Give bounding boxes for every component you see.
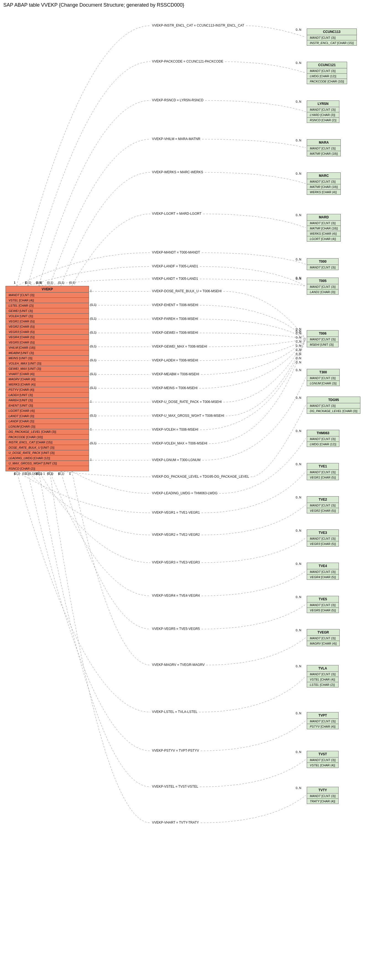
field-lgort: LGORT [CHAR (4)] xyxy=(6,408,89,414)
entity-header: MARC xyxy=(307,173,340,179)
field-matnr: MATNR [CHAR (18)] xyxy=(307,151,340,156)
field-magrv: MAGRV [CHAR (4)] xyxy=(6,377,89,382)
relation-label: VVEKP-VHILM = MARA-MATNR xyxy=(152,137,200,141)
field-vegr5: VEGR5 [CHAR (5)] xyxy=(6,340,89,345)
cardinality-left: {0,1} xyxy=(47,281,53,284)
entity-tdg95: TDG95MANDT [CLNT (3)]DG_PACKAGE_LEVEL [C… xyxy=(307,396,360,414)
entity-header: THM063 xyxy=(307,430,339,436)
relation-label: VVEKP-INSTR_ENCL_CAT = CCUNC113-INSTR_EN… xyxy=(152,24,244,27)
entity-header: TDG95 xyxy=(307,397,360,403)
field-mandt: MANDT [CLNT (3)] xyxy=(307,146,340,151)
field-lgort: LGORT [CHAR (4)] xyxy=(307,236,340,241)
cardinality-right: 0..N xyxy=(296,628,301,632)
cardinality-left: {0,1} xyxy=(90,372,97,375)
relation-label: VVEKP-VHART = TVTY-TRATY xyxy=(152,821,199,824)
relation-label: VVEKP-VOLEH_MAX = T006-MSEHI xyxy=(152,441,207,445)
field-packcode: PACKCODE [CHAR (10)] xyxy=(307,79,347,84)
cardinality-right: 0..N xyxy=(296,328,301,331)
relation-label: VVEKP-LGORT = MARD-LGORT xyxy=(152,212,201,216)
entity-header: TVTY xyxy=(307,787,338,794)
field-landf: LANDF [CHAR (3)] xyxy=(6,419,89,424)
entity-t005: T005MANDT [CLNT (3)]LAND1 [CHAR (3)] xyxy=(307,278,339,295)
relation-label: VVEKP-LANDF = T005-LAND1 xyxy=(152,264,198,268)
field-mandt: MANDT [CLNT (3)] xyxy=(307,107,339,112)
relation-label: VVEKP-U_DOSE_RATE_PACK = T006-MSEHI xyxy=(152,400,222,404)
entity-ccunc113: CCUNC113MANDT [CLNT (3)]INSTR_ENCL_CAT [… xyxy=(307,29,357,46)
field-dg_package_level: DG_PACKAGE_LEVEL [CHAR (3)] xyxy=(6,429,89,434)
field-pstyv: PSTYV [CHAR (4)] xyxy=(307,724,338,729)
field-gewei: GEWEI [UNIT (3)] xyxy=(6,308,89,313)
field-vegr1: VEGR1 [CHAR (5)] xyxy=(6,319,89,324)
field-vegr3: VEGR3 [CHAR (5)] xyxy=(307,541,339,546)
cardinality-right: 0..N xyxy=(296,356,301,360)
entity-tve1: TVE1MANDT [CLNT (3)]VEGR1 [CHAR (5)] xyxy=(307,463,339,480)
cardinality-left-cluster: {0,1}{0,1}0,1} 1 1 xyxy=(22,472,45,475)
field-mandt: MANDT [CLNT (3)] xyxy=(307,284,338,290)
cardinality-left: {0,1} xyxy=(90,358,97,362)
field-rsncd: RSNCD [CHAR (2)] xyxy=(6,466,89,471)
field-gewei_max: GEWEI_MAX [UNIT (3)] xyxy=(6,366,89,371)
field-voleh_max: VOLEH_MAX [UNIT (3)] xyxy=(6,361,89,366)
entity-header: TVE2 xyxy=(307,496,339,503)
field-u_max_gross_wght: U_MAX_GROSS_WGHT [UNIT (3)] xyxy=(6,461,89,466)
entity-tve3: TVE3MANDT [CLNT (3)]VEGR3 [CHAR (5)] xyxy=(307,530,339,547)
cardinality-right: 0..N xyxy=(296,172,301,175)
entity-header: MARD xyxy=(307,214,340,221)
cardinality-left: {0,1} xyxy=(47,472,53,475)
field-u_dose_rate_pack: U_DOSE_RATE_PACK [UNIT (3)] xyxy=(6,450,89,455)
entity-thm063: THM063MANDT [CLNT (3)]LWDG [CHAR (12)] xyxy=(307,430,339,447)
entity-t000: T000MANDT [CLNT (3)] xyxy=(307,258,339,270)
field-mandt: MANDT [CLNT (3)] xyxy=(307,672,338,677)
field-lyard: LYARD [CHAR (3)] xyxy=(307,112,339,118)
cardinality-right: 0..N xyxy=(296,213,301,217)
cardinality-left: 1 xyxy=(90,428,92,431)
relation-label: VVEKP-EHENT = T006-MSEHI xyxy=(152,303,198,307)
entity-vvekp: VVEKPMANDT [CLNT (3)]VSTEL [CHAR (4)]LST… xyxy=(6,286,89,471)
cardinality-right: 0..N xyxy=(296,665,301,668)
field-ladeh: LADEH [UNIT (3)] xyxy=(6,393,89,398)
field-matnr: MATNR [CHAR (18)] xyxy=(307,185,340,189)
field-meabm: MEABM [UNIT (3)] xyxy=(6,350,89,356)
field-lwdg: LWDG [CHAR (12)] xyxy=(307,74,347,79)
entity-header: T005 xyxy=(307,278,338,284)
cardinality-right: 0..N xyxy=(296,496,301,499)
cardinality-left: 1 xyxy=(90,458,92,461)
entity-ccunc121: CCUNC121MANDT [CLNT (3)]LWDG [CHAR (12)]… xyxy=(307,62,347,84)
cardinality-left: 1 xyxy=(14,281,16,284)
entity-tvegr: TVEGRMANDT [CLNT (3)]MAGRV [CHAR (4)] xyxy=(307,629,340,646)
entity-tvty: TVTYMANDT [CLNT (3)]TRATY [CHAR (4)] xyxy=(307,787,339,804)
cardinality-left: {0,1} xyxy=(90,303,97,306)
cardinality-left: {0,1} xyxy=(14,472,20,475)
field-matnr: MATNR [CHAR (18)] xyxy=(307,226,340,231)
relation-label: VVEKP-MANDT = T000-MANDT xyxy=(152,250,200,255)
entity-tve4: TVE4MANDT [CLNT (3)]VEGR4 [CHAR (5)] xyxy=(307,563,339,580)
field-packcode: PACKCODE [CHAR (10)] xyxy=(6,434,89,440)
cardinality-right: 0..N xyxy=(296,429,301,433)
cardinality-right: 0..N xyxy=(296,336,301,339)
relation-label: VVEKP-LSTEL = TVLA-LSTEL xyxy=(152,710,197,714)
field-vstel: VSTEL [CHAR (4)] xyxy=(307,763,338,768)
cardinality-left: 1 xyxy=(69,472,71,475)
entity-header: T006 xyxy=(307,331,338,337)
field-instr_encl_cat: INSTR_ENCL_CAT [CHAR (15)] xyxy=(307,40,356,45)
field-msehi: MSEHI [UNIT (3)] xyxy=(307,342,338,347)
cardinality-right: 0..N xyxy=(296,463,301,466)
entity-tvpt: TVPTMANDT [CLNT (3)]PSTYV [CHAR (4)] xyxy=(307,712,339,729)
relation-label: VVEKP-U_MAX_GROSS_WGHT = T006-MSEHI xyxy=(152,414,224,418)
relation-label: VVEKP-RSNCD = LYRSN-RSNCD xyxy=(152,98,203,102)
cardinality-left: 1 xyxy=(90,400,92,403)
field-mandt: MANDT [CLNT (3)] xyxy=(307,436,339,442)
field-mandt: MANDT [CLNT (3)] xyxy=(307,719,338,724)
relation-label: VVEKP-GEWEI = T006-MSEHI xyxy=(152,331,198,335)
page-title: SAP ABAP table VVEKP {Change Document St… xyxy=(0,0,380,9)
entity-header: T300 xyxy=(307,369,339,375)
field-landt: LANDT [CHAR (3)] xyxy=(6,414,89,419)
cardinality-right: 0..N xyxy=(296,348,301,352)
relation-label: VVEKP-VEGR5 = TVE5-VEGR5 xyxy=(152,627,200,631)
field-mandt: MANDT [CLNT (3)] xyxy=(307,636,339,641)
cardinality-left: {0,1} xyxy=(90,386,97,390)
entity-header: VVEKP xyxy=(6,286,89,293)
relation-label: VVEKP-VEGR1 = TVE1-VEGR1 xyxy=(152,511,200,514)
field-dg_package_level: DG_PACKAGE_LEVEL [CHAR (3)] xyxy=(307,409,360,414)
field-instr_encl_cat: INSTR_ENCL_CAT [CHAR (15)] xyxy=(6,440,89,445)
